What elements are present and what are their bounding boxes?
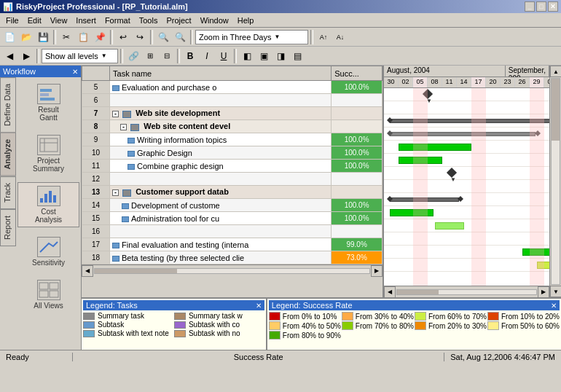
open-button[interactable]: 📂 [18,29,34,45]
table-row[interactable]: 15 Administration tool for cu 100.0% [82,212,382,225]
menu-window[interactable]: Window [196,15,233,26]
table-row[interactable]: 10 Graphic Design 100.0% [82,146,382,160]
legend-success-close[interactable]: ✕ [551,302,557,310]
indent-left-button[interactable]: ◀ [1,48,17,64]
success-cell [332,225,382,238]
table-row[interactable]: 18 Beta testing (by three selected clie … [82,251,382,264]
menu-file[interactable]: File [1,15,23,26]
expand-icon[interactable]: - [112,189,119,196]
zoom-out-button[interactable]: 🔍 [155,29,171,45]
legend-subtask-c-label: Subtask with co [189,321,240,329]
vscroll-down[interactable]: ▼ [550,286,561,297]
table-row[interactable]: 11 Combine graphic design 100.0% [82,160,382,173]
align-center-button[interactable]: ▣ [256,48,272,64]
format-btn1[interactable]: ⊞ [142,48,158,64]
align-justify-button[interactable]: ▤ [289,48,305,64]
copy-button[interactable]: 📋 [75,29,91,45]
close-button[interactable]: ✕ [548,1,558,12]
undo-button[interactable]: ↩ [115,29,131,45]
hscroll-right[interactable]: ▶ [371,265,382,277]
task-name: - Web site development [110,107,332,120]
table-row[interactable]: 16 [82,225,382,238]
menu-project[interactable]: Project [162,15,195,26]
legend-sr-60-70: From 60% to 70% [415,312,487,321]
tb-btn-a[interactable]: A↑ [315,29,332,45]
zoom-in-button[interactable]: 🔍 [172,29,188,45]
legend-item-summary-w: Summary task w [174,312,264,320]
minimize-button[interactable]: _ [525,1,535,12]
gantt-hscroll[interactable]: ◀ ▶ [384,286,549,297]
link-button[interactable]: 🔗 [125,48,141,64]
gantt-row [384,180,549,193]
new-button[interactable]: 📄 [1,29,17,45]
task-name: Development of custome [110,199,332,212]
success-cell-low: 73.0% [332,251,382,264]
underline-button[interactable]: U [216,48,232,64]
maximize-button[interactable]: □ [536,1,546,12]
workflow-close-button[interactable]: ✕ [72,68,78,76]
tab-define-data[interactable]: Define Data [0,77,16,133]
table-row-group[interactable]: 13 - Customer support datab [82,186,382,199]
result-gantt-label: ResultGantt [38,106,58,122]
gantt-hscroll-left[interactable]: ◀ [384,286,396,298]
table-row[interactable]: 6 [82,94,382,107]
table-row[interactable]: 5 Evaluation and purchase o 100.0% [82,81,382,94]
menu-view[interactable]: View [46,15,72,26]
table-row-subgroup[interactable]: 8 - Web site content devel [82,120,382,133]
save-button[interactable]: 💾 [35,29,51,45]
table-row[interactable]: 12 [82,173,382,186]
legend-tasks-close[interactable]: ✕ [256,302,262,310]
workflow-header: Workflow ✕ [0,66,81,77]
legend-sr-label-30-40: From 30% to 40% [356,313,414,321]
workflow-item-sensitivity[interactable]: Sensitivity [17,233,79,270]
legend-sr-box-70-80 [342,321,353,330]
tab-analyze[interactable]: Analyze [0,133,16,176]
vscroll-track[interactable] [551,78,560,285]
gantt-month-aug: August, 2004 [384,66,506,77]
redo-button[interactable]: ↪ [132,29,148,45]
paste-button[interactable]: 📌 [92,29,108,45]
tb-btn-b[interactable]: A↓ [332,29,348,45]
table-hscroll[interactable]: ◀ ▶ [82,264,382,276]
format-btn2[interactable]: ⊟ [159,48,175,64]
align-right-button[interactable]: ◨ [272,48,289,64]
gantt-summary-bar [390,119,549,123]
align-left-button[interactable]: ◧ [239,48,255,64]
bold-button[interactable]: B [182,48,198,64]
gantt-hscroll-right[interactable]: ▶ [538,286,549,298]
cut-button[interactable]: ✂ [58,29,74,45]
gantt-hscroll-track[interactable] [396,289,537,295]
menu-insert[interactable]: Insert [71,15,101,26]
title-bar-controls[interactable]: _ □ ✕ [525,1,558,12]
workflow-item-cost-analysis[interactable]: CostAnalysis [17,182,79,227]
italic-button[interactable]: I [199,48,215,64]
workflow-item-result-gantt[interactable]: ResultGantt [17,80,79,125]
menu-help[interactable]: Help [233,15,259,26]
menu-format[interactable]: Format [101,15,135,26]
level-dropdown[interactable]: Show all levels ▼ [42,49,118,63]
table-row[interactable]: 9 Writing information topics 100.0% [82,133,382,146]
table-row[interactable]: 14 Development of custome 100.0% [82,199,382,212]
svg-rect-0 [40,89,52,92]
workflow-item-all-views[interactable]: All Views [17,276,79,313]
menu-edit[interactable]: Edit [23,15,46,26]
v-scrollbar[interactable]: ▲ ▼ [549,66,561,297]
table-row[interactable]: 17 Final evaluation and testing (interna… [82,238,382,251]
workflow-item-project-summary[interactable]: ProjectSummary [17,131,79,176]
sep1 [53,30,56,44]
expand-icon[interactable]: - [120,124,127,130]
menu-tools[interactable]: Tools [135,15,162,26]
zoom-dropdown[interactable]: Zoom in Three Days ▼ [195,30,308,44]
task-name: Final evaluation and testing (interna [110,238,332,251]
gantt-row [384,154,549,167]
vscroll-up[interactable]: ▲ [550,66,561,77]
gantt-body: ▼ [384,88,549,286]
hscroll-left[interactable]: ◀ [82,265,93,277]
hscroll-track[interactable] [94,268,370,274]
expand-icon[interactable]: - [112,111,119,117]
table-row-group[interactable]: 7 - Web site development [82,107,382,120]
indent-right-button[interactable]: ▶ [18,48,34,64]
task-icon [112,243,119,248]
tab-track[interactable]: Track [0,176,16,209]
tab-report[interactable]: Report [0,209,16,246]
